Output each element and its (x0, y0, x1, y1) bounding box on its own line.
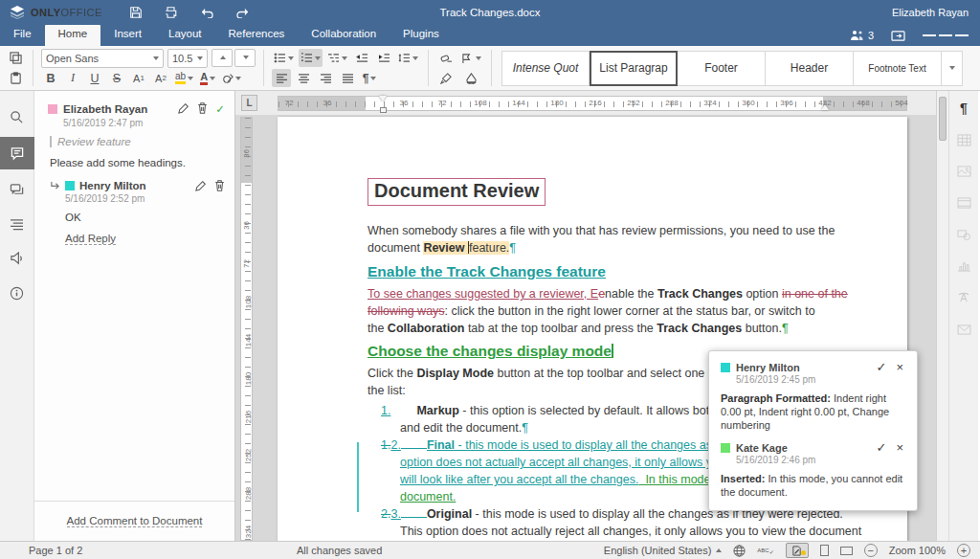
tab-collaboration[interactable]: Collaboration (298, 25, 390, 46)
highlight-color-icon[interactable]: ab (173, 69, 195, 87)
reject-change-icon[interactable]: × (894, 361, 905, 373)
tab-insert[interactable]: Insert (100, 25, 155, 46)
fit-width-icon[interactable] (840, 547, 853, 555)
comments-panel-icon[interactable] (0, 137, 34, 169)
align-left-icon[interactable] (272, 69, 291, 87)
multilevel-list-icon[interactable] (325, 49, 349, 67)
fit-page-icon[interactable] (820, 545, 829, 556)
clear-style-icon[interactable] (436, 49, 456, 67)
open-file-location-icon[interactable] (891, 30, 905, 42)
doc-heading-1: Document Review (368, 178, 546, 206)
accept-change-icon[interactable]: ✓ (875, 361, 889, 373)
decrement-font-icon[interactable] (234, 49, 256, 67)
reject-change-icon[interactable]: × (894, 441, 905, 454)
onlyoffice-logo-icon (10, 6, 25, 19)
about-icon[interactable] (0, 279, 34, 307)
chart-settings-icon[interactable] (952, 257, 975, 276)
headerfooter-settings-icon[interactable] (952, 193, 975, 212)
font-name-select[interactable]: Open Sans (41, 49, 164, 68)
vertical-scrollbar[interactable] (936, 91, 948, 541)
first-line-indent-marker[interactable] (379, 96, 387, 101)
resolve-comment-icon[interactable]: ✓ (215, 102, 225, 116)
paragraph-text: document (368, 241, 423, 255)
set-language-globe-icon[interactable] (733, 545, 746, 557)
line-spacing-icon[interactable] (396, 49, 420, 67)
increase-indent-icon[interactable] (374, 49, 393, 67)
undo-icon[interactable] (199, 6, 214, 19)
superscript-icon[interactable]: A1 (129, 69, 148, 87)
style-intense-quote[interactable]: Intense Quot (501, 51, 590, 86)
tab-stop-selector[interactable]: L (241, 95, 257, 111)
horizontal-ruler[interactable]: 7236367210814418021625228832436039643246… (278, 96, 907, 111)
paragraph-settings-icon[interactable]: ¶ (952, 99, 975, 118)
color-scheme-icon[interactable] (459, 49, 483, 67)
strikethrough-icon[interactable]: S (107, 69, 126, 87)
search-icon[interactable] (0, 102, 34, 131)
increment-font-icon[interactable] (212, 49, 233, 67)
chat-icon[interactable] (0, 175, 34, 204)
vertical-ruler[interactable]: 363672108144180216252288324 (240, 117, 253, 541)
zoom-out-icon[interactable]: − (864, 544, 878, 557)
track-changes-toggle-icon[interactable] (786, 543, 809, 558)
decrease-indent-icon[interactable] (352, 49, 371, 67)
delete-reply-icon[interactable] (214, 180, 225, 191)
print-icon[interactable] (164, 6, 178, 19)
shading-icon[interactable] (459, 69, 483, 87)
add-reply-link[interactable]: Add Reply (65, 233, 116, 245)
textart-settings-icon[interactable] (952, 288, 975, 307)
tracked-insertion: To see changes suggested by a reviewer, … (368, 287, 598, 301)
change-author: Kate Kage (736, 442, 869, 454)
bold-icon[interactable]: B (41, 69, 60, 87)
left-indent-marker[interactable] (380, 107, 387, 113)
collaborators-icon[interactable]: 3 (850, 30, 874, 41)
image-settings-icon[interactable] (952, 162, 975, 181)
italic-icon[interactable]: I (63, 69, 82, 87)
copy-style-icon[interactable] (436, 69, 456, 87)
tab-layout[interactable]: Layout (155, 25, 215, 46)
accept-change-icon[interactable]: ✓ (875, 441, 889, 454)
redo-icon[interactable] (235, 6, 251, 19)
align-center-icon[interactable] (294, 69, 313, 87)
style-footer[interactable]: Footer (678, 51, 766, 86)
shape-settings-icon[interactable] (952, 225, 975, 244)
zoom-level[interactable]: Zoom 100% (889, 545, 946, 556)
edit-comment-icon[interactable] (178, 102, 189, 116)
scrollbar-thumb[interactable] (939, 97, 947, 141)
ruler-mark: 252 (627, 99, 639, 107)
table-settings-icon[interactable] (952, 130, 975, 149)
edit-reply-icon[interactable] (195, 180, 207, 191)
feedback-icon[interactable] (0, 244, 34, 273)
change-case-icon[interactable] (220, 69, 243, 87)
bullet-list-icon[interactable] (272, 49, 296, 67)
add-comment-to-document-link[interactable]: Add Comment to Document (67, 515, 203, 527)
subscript-icon[interactable]: A2 (151, 69, 170, 87)
style-gallery-expand-icon[interactable] (942, 51, 963, 86)
page-indicator[interactable]: Page 1 of 2 (29, 545, 82, 556)
underline-icon[interactable]: U (85, 69, 104, 87)
tab-home[interactable]: Home (45, 25, 101, 46)
align-right-icon[interactable] (316, 69, 335, 87)
delete-comment-icon[interactable] (197, 102, 208, 116)
bold-text: Markup (416, 404, 458, 417)
language-select[interactable]: English (United States) (604, 545, 723, 556)
copy-icon[interactable] (6, 49, 25, 67)
paste-icon[interactable] (6, 69, 25, 87)
numbered-list-icon[interactable] (299, 49, 323, 67)
tab-plugins[interactable]: Plugins (390, 25, 453, 46)
menu-icon[interactable] (923, 33, 969, 38)
save-icon[interactable] (129, 6, 143, 19)
tab-file[interactable]: File (0, 25, 45, 46)
user-name[interactable]: Elizabeth Rayan (892, 7, 969, 18)
style-list-paragraph[interactable]: List Paragrap (590, 51, 678, 86)
style-header[interactable]: Header (766, 51, 854, 86)
tab-references[interactable]: References (215, 25, 299, 46)
font-color-icon[interactable]: A (198, 69, 217, 87)
spellcheck-icon[interactable]: ABC✓ (757, 546, 773, 555)
navigation-icon[interactable] (0, 210, 34, 238)
style-footnote-text[interactable]: Footnote Text (854, 51, 942, 86)
zoom-in-icon[interactable]: + (957, 544, 970, 557)
align-justify-icon[interactable] (338, 69, 357, 87)
mailmerge-settings-icon[interactable] (952, 320, 975, 339)
nonprinting-characters-icon[interactable]: ¶ (360, 69, 379, 87)
font-size-select[interactable]: 10.5 (167, 49, 208, 68)
